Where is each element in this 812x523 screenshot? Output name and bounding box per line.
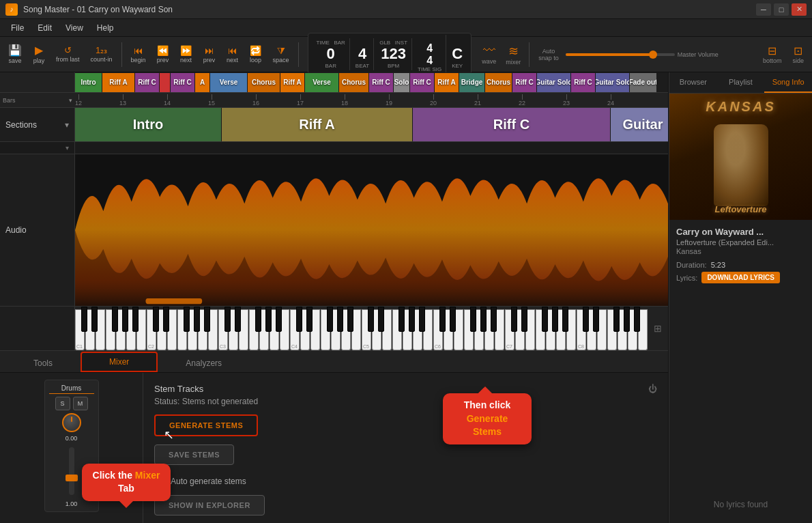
section-block[interactable]: Guitar <box>611 108 668 141</box>
fader-track[interactable] <box>69 447 74 495</box>
filter-button[interactable]: ⧩ space <box>269 44 293 66</box>
menu-file[interactable]: File <box>4 21 31 35</box>
piano-black-key[interactable] <box>347 307 353 332</box>
clip-item[interactable]: Fade out <box>630 73 657 92</box>
piano-black-key[interactable] <box>398 307 405 332</box>
section-block[interactable]: Riff C <box>413 108 611 141</box>
piano-black-key[interactable] <box>593 307 599 332</box>
piano-black-key[interactable] <box>491 307 497 332</box>
piano-black-key[interactable] <box>163 307 169 332</box>
maximize-button[interactable]: □ <box>774 3 789 16</box>
tab-playlist[interactable]: Playlist <box>717 72 765 93</box>
clip-item[interactable]: Riff C <box>512 73 537 92</box>
piano-black-key[interactable] <box>613 307 620 332</box>
clip-item[interactable]: Verse <box>210 73 248 92</box>
piano-black-key[interactable] <box>511 307 517 332</box>
show-explorer-button[interactable]: SHOW IN EXPLORER <box>154 495 265 515</box>
piano-black-key[interactable] <box>439 307 446 332</box>
clip-item[interactable]: Chorus <box>339 73 369 92</box>
piano-black-key[interactable] <box>153 307 159 332</box>
piano-black-key[interactable] <box>265 307 272 332</box>
clip-item[interactable]: Bridge <box>459 73 485 92</box>
piano-black-key[interactable] <box>634 307 640 332</box>
save-button[interactable]: 💾 save <box>4 43 26 66</box>
next-button[interactable]: ⏩ next <box>176 44 197 66</box>
download-lyrics-button[interactable]: DOWNLOAD LYRICS <box>701 272 780 283</box>
mute-button[interactable]: M <box>73 397 88 410</box>
menu-help[interactable]: Help <box>90 21 121 35</box>
piano-black-key[interactable] <box>255 307 261 332</box>
piano-black-key[interactable] <box>204 307 210 332</box>
tab-browser[interactable]: Browser <box>669 72 717 93</box>
tab-analyzers[interactable]: Analyzers <box>158 354 250 372</box>
piano-black-key[interactable] <box>132 307 139 332</box>
piano-black-key[interactable] <box>378 307 384 332</box>
clip-item[interactable] <box>160 73 171 92</box>
close-button[interactable]: ✕ <box>792 3 807 16</box>
clip-item[interactable]: Riff C <box>171 73 195 92</box>
piano-black-key[interactable] <box>368 307 374 332</box>
piano-black-key[interactable] <box>306 307 313 332</box>
piano-black-key[interactable] <box>235 307 241 332</box>
clip-item[interactable]: Solo <box>394 73 410 92</box>
tab-mixer[interactable]: Mixer <box>81 352 158 372</box>
menu-view[interactable]: View <box>59 21 90 35</box>
loop-button[interactable]: 🔁 loop <box>246 44 266 66</box>
clip-item[interactable]: Riff A <box>280 73 305 92</box>
piano-black-key[interactable] <box>409 307 415 332</box>
tab-song-info[interactable]: Song Info <box>764 72 812 93</box>
piano-black-key[interactable] <box>276 307 282 332</box>
piano-black-key[interactable] <box>194 307 200 332</box>
piano-black-key[interactable] <box>480 307 487 332</box>
section-block[interactable]: Intro <box>75 108 222 141</box>
piano-black-key[interactable] <box>296 307 302 332</box>
clip-item[interactable]: Chorus <box>248 73 280 92</box>
clip-item[interactable]: Riff C <box>571 73 596 92</box>
section-block[interactable]: Riff A <box>222 108 413 141</box>
clip-item[interactable]: Guitar Solo <box>596 73 630 92</box>
piano-black-key[interactable] <box>562 307 568 332</box>
prev-button[interactable]: ⏪ prev <box>153 44 173 66</box>
clip-item[interactable]: Verse <box>305 73 339 92</box>
bottom-view-button[interactable]: ⊟ bottom <box>759 42 786 66</box>
clip-item[interactable]: Riff C <box>410 73 435 92</box>
minimize-button[interactable]: ─ <box>756 3 771 16</box>
piano-black-key[interactable] <box>184 307 190 332</box>
piano-black-key[interactable] <box>327 307 333 332</box>
volume-slider[interactable] <box>566 53 675 56</box>
audio-waveform[interactable] <box>75 154 668 306</box>
clip-item[interactable]: Intro <box>75 73 102 92</box>
clip-item[interactable]: Riff C <box>135 73 160 92</box>
clip-item[interactable]: Guitar Solo <box>537 73 571 92</box>
piano-black-key[interactable] <box>224 307 231 332</box>
clip-item[interactable]: Riff C <box>369 73 394 92</box>
piano-black-key[interactable] <box>624 307 630 332</box>
piano-black-key[interactable] <box>552 307 558 332</box>
generate-stems-button[interactable]: GENERATE STEMS <box>154 414 258 436</box>
clip-item[interactable]: Riff A <box>435 73 459 92</box>
piano-black-key[interactable] <box>583 307 589 332</box>
prev-loop-button[interactable]: ⏭ prev <box>199 44 220 66</box>
piano-black-key[interactable] <box>542 307 548 332</box>
solo-button[interactable]: S <box>55 397 70 410</box>
clip-item[interactable]: Chorus <box>485 73 512 92</box>
auto-generate-checkbox[interactable] <box>154 476 165 487</box>
clip-item[interactable]: A <box>195 73 210 92</box>
menu-edit[interactable]: Edit <box>31 21 59 35</box>
from-last-button[interactable]: ↺ from last <box>52 44 84 65</box>
count-in-button[interactable]: 1₂₃ count-in <box>87 44 117 65</box>
piano-black-key[interactable] <box>337 307 343 332</box>
piano-black-key[interactable] <box>419 307 425 332</box>
wave-button[interactable]: 〰 wave <box>478 42 499 67</box>
piano-black-key[interactable] <box>81 307 87 332</box>
tab-tools[interactable]: Tools <box>5 354 81 372</box>
piano-black-key[interactable] <box>450 307 456 332</box>
piano-black-key[interactable] <box>521 307 527 332</box>
piano-black-key[interactable] <box>122 307 128 332</box>
piano-keyboard[interactable]: C1C2C3C4C5C6C7C8 <box>75 307 648 350</box>
pan-knob[interactable] <box>62 413 81 432</box>
piano-black-key[interactable] <box>91 307 98 332</box>
piano-black-key[interactable] <box>470 307 476 332</box>
save-stems-button[interactable]: SAVE STEMS <box>154 444 234 465</box>
clip-item[interactable]: Riff A <box>102 73 135 92</box>
